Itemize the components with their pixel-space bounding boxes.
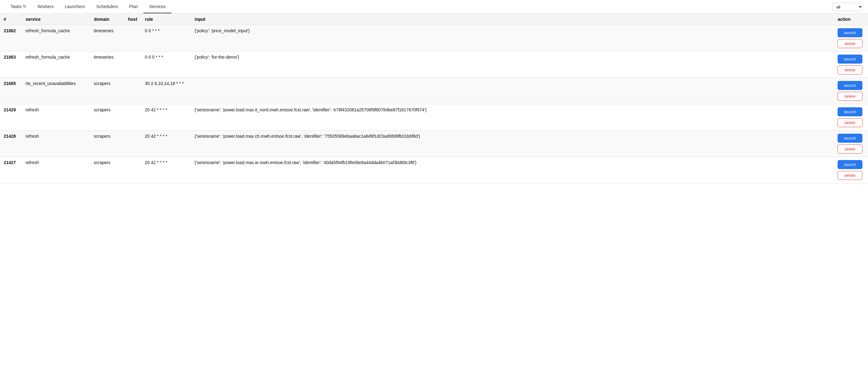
cell-input-4: {'seriesname': 'power.load.max.ch.mwh.en… bbox=[191, 131, 834, 157]
launch-button-0[interactable]: launch bbox=[838, 28, 862, 37]
launch-button-5[interactable]: launch bbox=[838, 160, 862, 169]
schedulers-table-container: # service domain host rule input action … bbox=[0, 14, 868, 183]
col-header-id: # bbox=[0, 14, 22, 25]
cell-service-5: refresh bbox=[22, 157, 90, 183]
cell-domain-1: timeseries bbox=[90, 51, 124, 78]
cell-action-5: launch delete bbox=[834, 157, 868, 183]
cell-id-1: 21883 bbox=[0, 51, 22, 78]
tab-workers-label: Workers bbox=[37, 4, 54, 9]
delete-button-3[interactable]: delete bbox=[838, 118, 862, 127]
tab-tasks-label: Tasks bbox=[10, 4, 22, 9]
delete-button-1[interactable]: delete bbox=[838, 65, 862, 74]
launch-button-2[interactable]: launch bbox=[838, 81, 862, 90]
cell-domain-2: scrapers bbox=[90, 78, 124, 104]
cell-id-0: 21882 bbox=[0, 25, 22, 51]
cell-action-2: launch delete bbox=[834, 78, 868, 104]
cell-action-0: launch delete bbox=[834, 25, 868, 51]
tab-schedulers[interactable]: Schedulers bbox=[91, 0, 124, 13]
launch-button-1[interactable]: launch bbox=[838, 55, 862, 64]
nav-bar: Tasks ↻ Workers Launchers Schedulers Pla… bbox=[0, 0, 868, 14]
table-row: 21882 refresh_formula_cache timeseries 0… bbox=[0, 25, 868, 51]
cell-input-2 bbox=[191, 78, 834, 104]
table-row: 21428 refresh scrapers 20 42 * * * * {'s… bbox=[0, 131, 868, 157]
cell-domain-4: scrapers bbox=[90, 131, 124, 157]
cell-rule-1: 0 0 0 * * * bbox=[141, 51, 191, 78]
col-header-input: input bbox=[191, 14, 834, 25]
delete-button-2[interactable]: delete bbox=[838, 92, 862, 101]
cell-host-2 bbox=[124, 78, 141, 104]
cell-action-4: launch delete bbox=[834, 131, 868, 157]
tab-plan[interactable]: Plan bbox=[124, 0, 144, 13]
cell-id-2: 21685 bbox=[0, 78, 22, 104]
cell-domain-5: scrapers bbox=[90, 157, 124, 183]
tab-workers[interactable]: Workers bbox=[32, 0, 59, 13]
col-header-host: host bbox=[124, 14, 141, 25]
cell-domain-3: scrapers bbox=[90, 104, 124, 131]
tab-services[interactable]: Services bbox=[144, 0, 172, 13]
tab-plan-label: Plan bbox=[129, 4, 138, 9]
cell-id-3: 21429 bbox=[0, 104, 22, 131]
cell-action-1: launch delete bbox=[834, 51, 868, 78]
table-header-row: # service domain host rule input action bbox=[0, 14, 868, 25]
cell-host-0 bbox=[124, 25, 141, 51]
cell-id-5: 21427 bbox=[0, 157, 22, 183]
cell-service-2: rte_recent_unavailabilities bbox=[22, 78, 90, 104]
cell-rule-5: 20 42 * * * * bbox=[141, 157, 191, 183]
tab-tasks[interactable]: Tasks ↻ bbox=[5, 0, 32, 13]
cell-rule-3: 20 42 * * * * bbox=[141, 104, 191, 131]
tab-services-label: Services bbox=[149, 4, 166, 9]
table-row: 21883 refresh_formula_cache timeseries 0… bbox=[0, 51, 868, 78]
cell-input-3: {'seriesname': 'power.load.max.it_nord.m… bbox=[191, 104, 834, 131]
cell-service-4: refresh bbox=[22, 131, 90, 157]
table-row: 21427 refresh scrapers 20 42 * * * * {'s… bbox=[0, 157, 868, 183]
cell-host-4 bbox=[124, 131, 141, 157]
delete-button-4[interactable]: delete bbox=[838, 144, 862, 153]
filter-dropdown-container: all active inactive bbox=[832, 2, 863, 11]
table-row: 21685 rte_recent_unavailabilities scrape… bbox=[0, 78, 868, 104]
cell-host-5 bbox=[124, 157, 141, 183]
col-header-action: action bbox=[834, 14, 868, 25]
cell-action-3: launch delete bbox=[834, 104, 868, 131]
col-header-service: service bbox=[22, 14, 90, 25]
cell-service-0: refresh_formula_cache bbox=[22, 25, 90, 51]
cell-rule-2: 30 2 6,10,14,18 * * * bbox=[141, 78, 191, 104]
cell-input-0: {'policy': 'price_model_input'} bbox=[191, 25, 834, 51]
cell-rule-0: 0 0 * * * bbox=[141, 25, 191, 51]
delete-button-5[interactable]: delete bbox=[838, 171, 862, 180]
tab-schedulers-label: Schedulers bbox=[96, 4, 118, 9]
cell-service-1: refresh_formula_cache bbox=[22, 51, 90, 78]
schedulers-table: # service domain host rule input action … bbox=[0, 14, 868, 183]
launch-button-4[interactable]: launch bbox=[838, 134, 862, 143]
tab-launchers[interactable]: Launchers bbox=[59, 0, 91, 13]
cell-input-1: {'policy': 'for-the-demo'} bbox=[191, 51, 834, 78]
col-header-domain: domain bbox=[90, 14, 124, 25]
delete-button-0[interactable]: delete bbox=[838, 39, 862, 48]
cell-host-1 bbox=[124, 51, 141, 78]
tab-launchers-label: Launchers bbox=[65, 4, 85, 9]
col-header-rule: rule bbox=[141, 14, 191, 25]
cell-input-5: {'seriesname': 'power.load.max.ie.mwh.en… bbox=[191, 157, 834, 183]
cell-domain-0: timeseries bbox=[90, 25, 124, 51]
launch-button-3[interactable]: launch bbox=[838, 107, 862, 116]
cell-service-3: refresh bbox=[22, 104, 90, 131]
cell-id-4: 21428 bbox=[0, 131, 22, 157]
cell-host-3 bbox=[124, 104, 141, 131]
refresh-icon[interactable]: ↻ bbox=[23, 4, 26, 9]
cell-rule-4: 20 42 * * * * bbox=[141, 131, 191, 157]
table-row: 21429 refresh scrapers 20 42 * * * * {'s… bbox=[0, 104, 868, 131]
filter-dropdown[interactable]: all active inactive bbox=[832, 2, 863, 11]
